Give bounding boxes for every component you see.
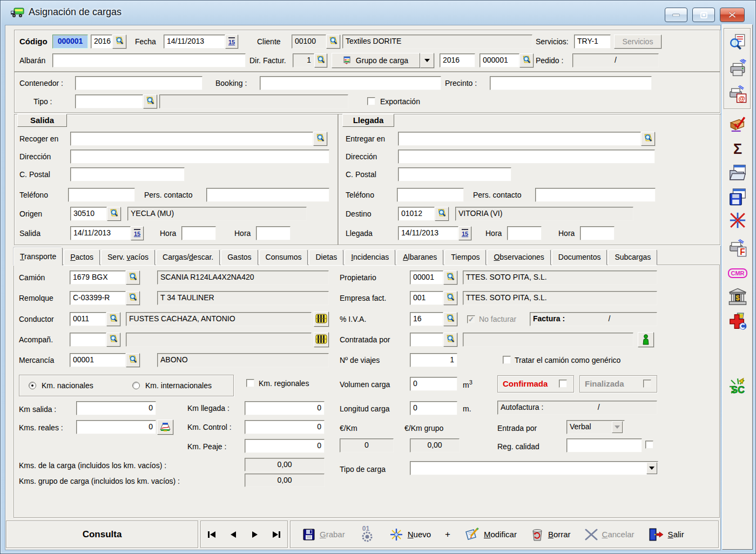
- grupo-carga-dropdown-button[interactable]: [420, 53, 434, 68]
- finalizada-checkbox[interactable]: [643, 380, 651, 388]
- iva-lookup-button[interactable]: [443, 312, 457, 326]
- contenedor-field[interactable]: [75, 76, 202, 90]
- print-invoice-button[interactable]: F: [728, 238, 747, 258]
- acompanante-lookup-button[interactable]: [106, 333, 120, 347]
- tab-subcargas[interactable]: Subcargas: [608, 249, 657, 265]
- save-form-button[interactable]: [728, 187, 747, 206]
- nav-next-button[interactable]: [245, 523, 265, 546]
- add-cost-button[interactable]: [728, 311, 747, 330]
- km-salida-field[interactable]: 0: [76, 401, 156, 415]
- salir-button[interactable]: Salir: [649, 528, 684, 542]
- salida-cpostal-field[interactable]: [70, 167, 185, 181]
- tab-observaciones[interactable]: Observaciones: [487, 249, 550, 265]
- tab-transporte[interactable]: Transporte: [14, 247, 63, 266]
- origen-lookup-button[interactable]: [107, 207, 121, 221]
- tipo-lookup-button[interactable]: [143, 94, 157, 109]
- tab-dietas[interactable]: Dietas: [309, 249, 343, 265]
- grabar-button[interactable]: Grabar: [302, 528, 345, 541]
- salida-telefono-field[interactable]: [68, 188, 135, 202]
- propietario-lookup-button[interactable]: [443, 271, 457, 285]
- open-form-button[interactable]: [728, 163, 747, 183]
- kms-reales-route-button[interactable]: [157, 420, 173, 435]
- empresa-fact-code-field[interactable]: 001: [410, 291, 443, 305]
- albaran-field[interactable]: [52, 53, 246, 67]
- grupo-code-field[interactable]: 000001: [480, 53, 519, 67]
- origen-code-field[interactable]: 30510: [70, 207, 107, 221]
- maximize-button[interactable]: [692, 8, 715, 22]
- tab-documentos[interactable]: Documentos: [552, 249, 608, 265]
- entregar-en-field[interactable]: [398, 132, 641, 146]
- conductor-lookup-button[interactable]: [106, 312, 120, 326]
- recoger-en-lookup-button[interactable]: [313, 132, 327, 146]
- reg-calidad-field[interactable]: [566, 438, 642, 452]
- viajes-field[interactable]: 1: [410, 353, 457, 367]
- tipo-field[interactable]: [75, 94, 143, 109]
- tipo-carga-dropdown-button[interactable]: [646, 462, 657, 474]
- longitud-field[interactable]: 0: [410, 401, 457, 415]
- acompanante-cards-button[interactable]: [314, 332, 329, 347]
- tab-tiempos[interactable]: Tiempos: [444, 249, 486, 265]
- conductor-cards-button[interactable]: [314, 312, 329, 327]
- mercancia-lookup-button[interactable]: [126, 353, 140, 367]
- nav-last-button[interactable]: [267, 523, 286, 546]
- conductor-code-field[interactable]: 0011: [70, 312, 106, 326]
- km-internacionales-radio[interactable]: [132, 382, 140, 389]
- km-peaje-field[interactable]: 0: [245, 439, 325, 453]
- llegada-hora1-field[interactable]: [507, 226, 542, 240]
- nav-first-button[interactable]: [202, 523, 221, 546]
- print-preview-button[interactable]: [728, 32, 747, 52]
- destino-code-field[interactable]: 01012: [398, 207, 435, 221]
- entregar-en-lookup-button[interactable]: [641, 132, 655, 146]
- nuevo-button[interactable]: Nuevo: [389, 528, 431, 542]
- fecha-field[interactable]: 14/11/2013: [164, 35, 225, 49]
- tab-serv-vacios[interactable]: Serv. vacíos: [101, 249, 155, 265]
- codigo-field[interactable]: 000001: [52, 35, 88, 49]
- salida-hora2-field[interactable]: [256, 226, 291, 240]
- generico-checkbox[interactable]: [503, 356, 511, 364]
- cmr-button[interactable]: CMR: [728, 264, 747, 283]
- confirm-button[interactable]: [728, 114, 747, 134]
- servicios-field[interactable]: TRY-1: [574, 35, 611, 49]
- km-llegada-field[interactable]: 0: [245, 401, 325, 415]
- precinto-field[interactable]: [490, 76, 652, 90]
- no-facturar-checkbox[interactable]: [467, 315, 475, 323]
- cliente-lookup-button[interactable]: [326, 35, 340, 49]
- nav-previous-button[interactable]: [224, 523, 243, 546]
- salida-calendar-button[interactable]: 15: [131, 226, 144, 240]
- camion-lookup-button[interactable]: [126, 271, 140, 285]
- cliente-code-field[interactable]: 00100: [292, 35, 326, 49]
- fecha-calendar-button[interactable]: 15: [225, 35, 238, 49]
- tab-gastos[interactable]: Gastos: [221, 249, 258, 265]
- recoger-en-field[interactable]: [70, 132, 313, 146]
- borrar-button[interactable]: Borrar: [531, 528, 571, 542]
- tab-cargas-descar[interactable]: Cargas/descar.: [156, 249, 220, 265]
- contratada-por-code-field[interactable]: [410, 333, 443, 347]
- grupo-lookup-button[interactable]: [519, 53, 534, 67]
- dir-factur-field[interactable]: 1: [293, 53, 314, 67]
- dir-factur-lookup-button[interactable]: [314, 53, 327, 67]
- titlebar[interactable]: Asignación de cargas: [1, 1, 755, 24]
- llegada-contacto-field[interactable]: [535, 188, 656, 202]
- llegada-calendar-button[interactable]: 15: [458, 226, 471, 240]
- salida-fecha-field[interactable]: 14/11/2013: [70, 226, 131, 240]
- booking-field[interactable]: [260, 76, 441, 90]
- reg-calidad-checkbox[interactable]: [645, 441, 653, 449]
- sc-button[interactable]: SC: [728, 377, 747, 396]
- contratada-por-lookup-button[interactable]: [443, 333, 457, 347]
- mercancia-code-field[interactable]: 00001: [70, 353, 126, 367]
- entrada-por-dropdown-button[interactable]: [612, 421, 623, 433]
- salida-hora1-field[interactable]: [181, 226, 216, 240]
- km-nacionales-radio[interactable]: [29, 382, 36, 389]
- iva-field[interactable]: 16: [410, 312, 443, 326]
- codigo-lookup-button[interactable]: [112, 35, 126, 49]
- modificar-button[interactable]: Modificar: [464, 528, 517, 542]
- grupo-year-field[interactable]: 2016: [440, 53, 475, 67]
- llegada-fecha-field[interactable]: 14/11/2013: [398, 226, 458, 240]
- volumen-field[interactable]: 0: [410, 377, 457, 391]
- confirmada-checkbox[interactable]: [559, 380, 567, 388]
- contratada-por-person-button[interactable]: [638, 332, 654, 347]
- print-email-button[interactable]: @: [728, 84, 747, 104]
- discard-new-button[interactable]: [728, 211, 747, 230]
- km-regionales-checkbox[interactable]: [246, 379, 254, 387]
- acompanante-code-field[interactable]: [70, 333, 106, 347]
